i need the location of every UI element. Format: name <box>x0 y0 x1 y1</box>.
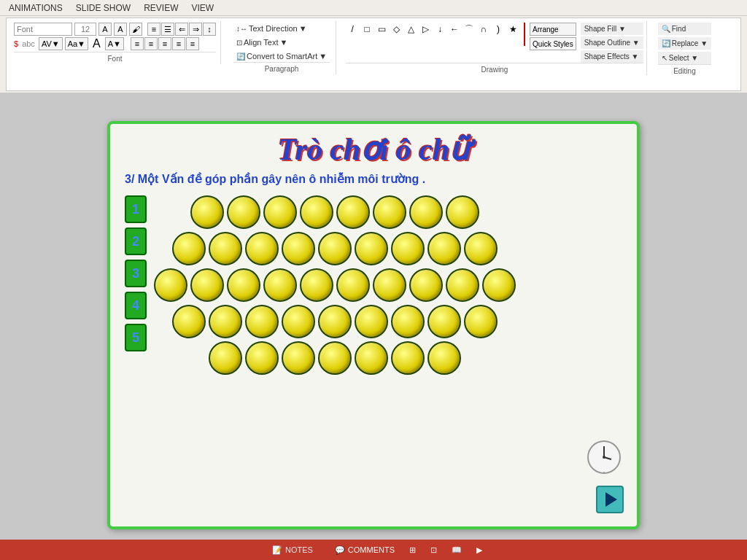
circle-2-4[interactable] <box>282 232 315 265</box>
circle-2-9[interactable] <box>464 232 498 265</box>
circle-1-1[interactable] <box>190 195 224 229</box>
circle-2-1[interactable] <box>172 232 206 265</box>
row-label-5[interactable]: 5 <box>125 324 147 351</box>
circle-1-6[interactable] <box>373 195 406 229</box>
circle-4-7[interactable] <box>391 305 425 338</box>
view-normal[interactable]: ⊞ <box>409 545 416 555</box>
circle-5-1[interactable] <box>209 341 242 375</box>
shape-outline-btn[interactable]: Shape Outline ▼ <box>581 36 643 49</box>
align-right[interactable]: ≡ <box>158 37 171 50</box>
circle-3-8[interactable] <box>409 268 443 302</box>
circle-2-5[interactable] <box>318 232 352 265</box>
shape-effects-btn[interactable]: Shape Effects ▼ <box>581 50 643 63</box>
align-left[interactable]: ≡ <box>131 37 144 50</box>
slideshow-btn[interactable]: ▶ <box>476 545 482 555</box>
select-btn[interactable]: ↖ Select ▼ <box>658 52 711 64</box>
circle-3-10[interactable] <box>482 268 516 302</box>
circle-5-7[interactable] <box>427 341 461 375</box>
shape-curve[interactable]: ⌒ <box>462 23 476 36</box>
font-size-increase[interactable]: A <box>98 23 112 36</box>
row-label-4[interactable]: 4 <box>125 292 147 319</box>
circle-5-2[interactable] <box>245 341 279 375</box>
circle-4-4[interactable] <box>282 305 315 338</box>
circle-4-9[interactable] <box>464 305 498 338</box>
list-number[interactable]: ☰ <box>161 23 174 36</box>
convert-smartart-btn[interactable]: 🔄 Convert to SmartArt ▼ <box>233 50 330 62</box>
shape-arc[interactable]: ∩ <box>477 23 490 36</box>
aa-btn[interactable]: Aa▼ <box>65 37 88 50</box>
view-slide[interactable]: ⊡ <box>430 545 437 555</box>
circle-3-4[interactable] <box>263 268 297 302</box>
av-btn[interactable]: AV▼ <box>39 37 63 50</box>
replace-btn[interactable]: 🔄 Replace ▼ <box>658 37 711 50</box>
circle-5-4[interactable] <box>318 341 352 375</box>
quick-styles-btn[interactable]: Quick Styles <box>530 37 576 50</box>
find-btn[interactable]: 🔍 Find <box>658 23 711 35</box>
circle-2-3[interactable] <box>245 232 279 265</box>
circle-3-3[interactable] <box>227 268 260 302</box>
circle-2-7[interactable] <box>391 232 425 265</box>
arrange-btn[interactable]: Arrange <box>530 23 576 36</box>
circle-4-2[interactable] <box>209 305 242 338</box>
shape-arrow-down[interactable]: ↓ <box>433 23 446 36</box>
list-bullet[interactable]: ≡ <box>147 23 160 36</box>
circle-3-9[interactable] <box>446 268 479 302</box>
menu-animations[interactable]: ANIMATIONS <box>3 1 69 15</box>
circle-1-8[interactable] <box>446 195 479 229</box>
align-cols[interactable]: ≡ <box>186 37 199 50</box>
shape-line[interactable]: / <box>346 23 359 36</box>
shape-bracket[interactable]: ) <box>492 23 505 36</box>
shape-rect[interactable]: □ <box>360 23 374 36</box>
line-spacing[interactable]: ↕ <box>203 23 216 36</box>
align-center[interactable]: ≡ <box>144 37 158 50</box>
notes-text[interactable]: NOTES <box>285 545 313 554</box>
circle-1-5[interactable] <box>336 195 370 229</box>
shape-rounded-rect[interactable]: ▭ <box>375 23 388 36</box>
circle-2-8[interactable] <box>427 232 461 265</box>
circle-4-6[interactable] <box>355 305 388 338</box>
circle-3-2[interactable] <box>190 268 224 302</box>
shape-diamond[interactable]: ◇ <box>390 23 403 36</box>
circle-5-3[interactable] <box>282 341 315 375</box>
play-button[interactable] <box>596 486 624 513</box>
shape-star[interactable]: ★ <box>506 23 519 36</box>
row-label-1[interactable]: 1 <box>125 195 147 223</box>
view-reading[interactable]: 📖 <box>452 545 462 555</box>
circle-3-7[interactable] <box>373 268 406 302</box>
menu-review[interactable]: REVIEW <box>138 1 184 15</box>
comments-item[interactable]: 💬 COMMENTS <box>335 545 395 555</box>
font-size-decrease[interactable]: A <box>114 23 127 36</box>
circle-3-5[interactable] <box>300 268 333 302</box>
circle-4-8[interactable] <box>427 305 461 338</box>
menu-view[interactable]: VIEW <box>185 1 220 15</box>
font-name-input[interactable] <box>14 23 72 36</box>
a-color-btn[interactable]: A▼ <box>105 37 124 50</box>
indent-decrease[interactable]: ⇐ <box>175 23 188 36</box>
row-label-2[interactable]: 2 <box>125 228 147 255</box>
circle-5-6[interactable] <box>391 341 425 375</box>
font-clear[interactable]: 🖌 <box>129 23 142 36</box>
align-justify[interactable]: ≡ <box>172 37 185 50</box>
circle-4-3[interactable] <box>245 305 279 338</box>
shape-triangle1[interactable]: △ <box>404 23 417 36</box>
shape-triangle2[interactable]: ▷ <box>419 23 432 36</box>
indent-increase[interactable]: ⇒ <box>189 23 202 36</box>
menu-slideshow[interactable]: SLIDE SHOW <box>70 1 136 15</box>
circle-1-3[interactable] <box>263 195 297 229</box>
clock-icon[interactable]: ● <box>586 439 622 475</box>
circle-3-6[interactable] <box>336 268 370 302</box>
circle-2-6[interactable] <box>355 232 388 265</box>
circle-4-1[interactable] <box>172 305 206 338</box>
align-text-btn[interactable]: ⊡ Align Text ▼ <box>233 36 330 48</box>
circle-1-2[interactable] <box>227 195 260 229</box>
font-size-input[interactable] <box>74 23 96 36</box>
circle-1-7[interactable] <box>409 195 443 229</box>
circle-4-5[interactable] <box>318 305 352 338</box>
circle-5-5[interactable] <box>355 341 388 375</box>
row-label-3[interactable]: 3 <box>125 260 147 287</box>
text-direction-btn[interactable]: ↕↔ Text Direction ▼ <box>233 23 330 34</box>
shape-fill-btn[interactable]: Shape Fill ▼ <box>581 23 643 35</box>
shape-arrow-left[interactable]: ← <box>448 23 461 36</box>
circle-1-4[interactable] <box>300 195 333 229</box>
circle-3-1[interactable] <box>154 268 187 302</box>
